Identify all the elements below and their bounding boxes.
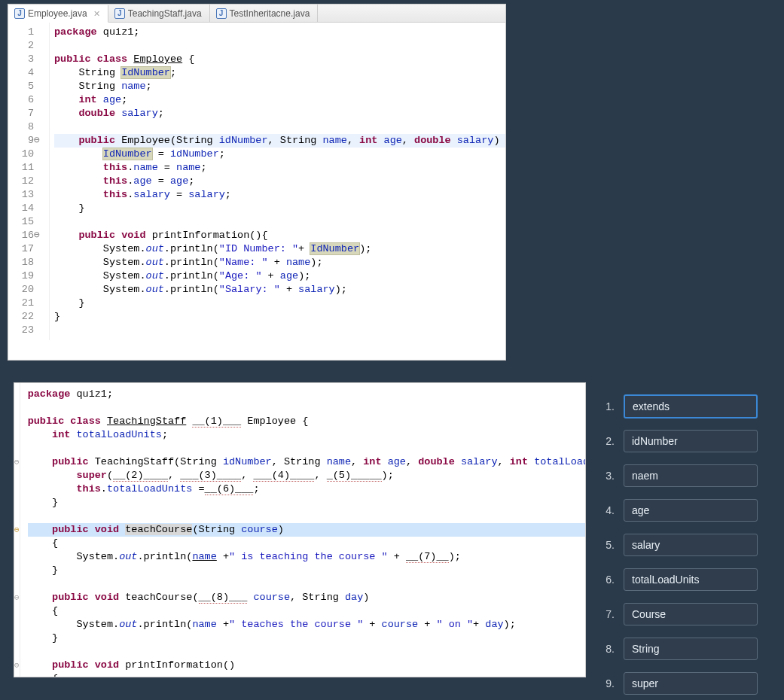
answer-number: 1. (599, 400, 615, 412)
answer-input[interactable]: super (624, 672, 758, 695)
answer-row: 9.super (599, 671, 758, 695)
answer-input[interactable]: extends (624, 394, 758, 418)
answer-input[interactable]: naem (624, 464, 758, 487)
editor-panel-employee: J Employee.java ✕ J TeachingStaff.java J… (8, 4, 506, 361)
java-file-icon: J (14, 8, 25, 19)
answer-input[interactable]: age (624, 499, 758, 522)
tab-label: TestInheritacne.java (230, 8, 310, 19)
code-editor-employee[interactable]: 1 2 3 4 5 6 7 8 9⊖ 10 11 12 13 14 15 16⊖… (8, 23, 505, 340)
answer-row: 5.salary (599, 533, 758, 557)
tab-teachingstaff[interactable]: J TeachingStaff.java (108, 5, 210, 22)
answer-row: 2.idNumber (599, 429, 758, 453)
answer-row: 6.totalLoadUnits (599, 568, 758, 592)
java-file-icon: J (114, 8, 125, 19)
tab-employee[interactable]: J Employee.java ✕ (8, 5, 108, 23)
tab-bar: J Employee.java ✕ J TeachingStaff.java J… (8, 5, 505, 23)
fold-column: ⊖ ⊖ ⊖ ⊖ (14, 383, 20, 677)
tab-label: TeachingStaff.java (128, 8, 202, 19)
answer-row: 1.extends (599, 394, 758, 418)
answer-row: 7.Course (599, 602, 758, 626)
answer-number: 7. (599, 608, 615, 620)
answer-number: 4. (599, 504, 615, 516)
answer-number: 5. (599, 539, 615, 551)
answer-input[interactable]: String (624, 638, 758, 660)
editor-panel-teachingstaff: ⊖ ⊖ ⊖ ⊖ package quiz1; public class Teac… (14, 382, 586, 677)
answer-row: 4.age (599, 498, 758, 522)
answer-input[interactable]: idNumber (624, 430, 758, 452)
code-area[interactable]: package quiz1; public class TeachingStaf… (20, 383, 586, 677)
answer-number: 9. (599, 677, 615, 689)
tab-testinheritance[interactable]: J TestInheritacne.java (210, 5, 319, 22)
answers-list: 1.extends2.idNumber3.naem4.age5.salary6.… (599, 394, 758, 700)
tab-label: Employee.java (28, 8, 87, 19)
answer-row: 8.String (599, 637, 758, 661)
answer-input[interactable]: Course (624, 603, 758, 625)
answer-input[interactable]: totalLoadUnits (624, 568, 758, 591)
answer-number: 3. (599, 470, 615, 482)
code-area[interactable]: package quiz1; public class Employee { S… (50, 23, 506, 340)
answer-row: 3.naem (599, 464, 758, 488)
code-editor-teachingstaff[interactable]: ⊖ ⊖ ⊖ ⊖ package quiz1; public class Teac… (14, 383, 585, 677)
answer-number: 6. (599, 574, 615, 586)
answer-input[interactable]: salary (624, 534, 758, 556)
java-file-icon: J (216, 8, 227, 19)
line-gutter: 1 2 3 4 5 6 7 8 9⊖ 10 11 12 13 14 15 16⊖… (8, 23, 50, 340)
close-icon[interactable]: ✕ (90, 9, 100, 19)
answer-number: 8. (599, 643, 615, 655)
answer-number: 2. (599, 435, 615, 447)
